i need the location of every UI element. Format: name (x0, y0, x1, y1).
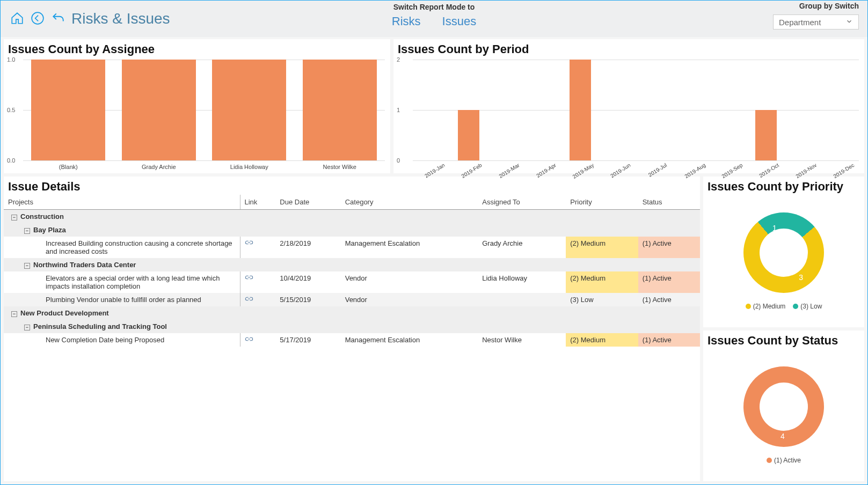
group-row[interactable]: −Construction (4, 210, 700, 224)
panel-period-title: Issues Count by Period (393, 39, 864, 57)
link-icon[interactable] (245, 239, 253, 247)
col-status[interactable]: Status (638, 195, 700, 210)
details-table[interactable]: ProjectsLinkDue DateCategoryAssigned ToP… (4, 195, 700, 347)
panel-status-title: Issues Count by Status (703, 330, 864, 349)
chart-period[interactable]: 0122019-Jan2019-Feb2019-Mar2019-Apr2019-… (413, 60, 859, 171)
panel-assignee: Issues Count by Assignee 0.00.51.0(Blank… (4, 39, 390, 173)
legend-swatch (793, 304, 798, 309)
panel-priority: Issues Count by Priority 1 3 (2) Medium … (703, 177, 864, 327)
subgroup-row[interactable]: −Peninsula Scheduling and Tracking Tool (4, 320, 700, 333)
bar-lidia-holloway[interactable]: Lidia Holloway (204, 60, 295, 160)
legend-item-low[interactable]: (3) Low (793, 303, 822, 310)
bar-2019-apr[interactable]: 2019-Apr (524, 60, 561, 160)
table-row[interactable]: New Completion Date being Proposed5/17/2… (4, 333, 700, 347)
collapse-icon[interactable]: − (24, 228, 30, 234)
tab-issues[interactable]: Issues (442, 14, 477, 28)
bar-2019-nov[interactable]: 2019-Nov (785, 60, 822, 160)
col-assigned-to[interactable]: Assigned To (478, 195, 566, 210)
subgroup-row[interactable]: −Northwind Traders Data Center (4, 258, 700, 271)
bar-2019-jun[interactable]: 2019-Jun (599, 60, 636, 160)
panel-details-title: Issue Details (4, 177, 700, 195)
col-link[interactable]: Link (240, 195, 275, 210)
col-category[interactable]: Category (341, 195, 478, 210)
table-row[interactable]: Elevators are a special order with a lon… (4, 271, 700, 293)
page-title: Risks & Issues (71, 10, 170, 27)
back-icon[interactable] (31, 11, 45, 27)
legend-item-medium[interactable]: (2) Medium (746, 303, 786, 310)
collapse-icon[interactable]: − (24, 263, 30, 269)
bar-2019-mar[interactable]: 2019-Mar (487, 60, 524, 160)
undo-icon[interactable] (51, 11, 65, 27)
col-priority[interactable]: Priority (566, 195, 638, 210)
panel-period: Issues Count by Period 0122019-Jan2019-F… (393, 39, 864, 173)
collapse-icon[interactable]: − (24, 325, 30, 330)
svg-point-0 (32, 12, 43, 24)
link-icon[interactable] (245, 336, 253, 344)
bar--blank-[interactable]: (Blank) (23, 60, 114, 160)
bar-2019-jul[interactable]: 2019-Jul (636, 60, 673, 160)
link-icon[interactable] (245, 296, 253, 304)
donut-value-active: 4 (781, 432, 785, 440)
header-bar: Risks & Issues Switch Report Mode to Ris… (1, 1, 867, 37)
bar-grady-archie[interactable]: Grady Archie (114, 60, 205, 160)
bar-nestor-wilke[interactable]: Nestor Wilke (295, 60, 385, 160)
legend-item-active[interactable]: (1) Active (767, 457, 801, 464)
legend-swatch (746, 304, 751, 309)
bar-2019-dec[interactable]: 2019-Dec (822, 60, 859, 160)
bar-2019-may[interactable]: 2019-May (561, 60, 599, 160)
collapse-icon[interactable]: − (11, 311, 17, 317)
col-projects[interactable]: Projects (4, 195, 240, 210)
bar-2019-feb[interactable]: 2019-Feb (450, 60, 487, 160)
donut-value-medium: 3 (799, 273, 803, 282)
groupby-value: Department (779, 18, 821, 27)
bar-2019-aug[interactable]: 2019-Aug (673, 60, 710, 160)
home-icon[interactable] (10, 11, 24, 27)
panel-status: Issues Count by Status 4 (1) Active (703, 330, 864, 481)
bar-2019-jan[interactable]: 2019-Jan (413, 60, 450, 160)
legend-swatch (767, 458, 772, 463)
table-row[interactable]: Increased Building construction causing … (4, 237, 700, 258)
chart-assignee[interactable]: 0.00.51.0(Blank)Grady ArchieLidia Hollow… (23, 60, 385, 171)
chevron-down-icon (845, 18, 853, 27)
group-row[interactable]: −New Product Development (4, 306, 700, 320)
table-row[interactable]: Plumbing Vendor unable to fullfill order… (4, 293, 700, 306)
col-due-date[interactable]: Due Date (275, 195, 340, 210)
donut-chart-priority[interactable]: 1 3 (743, 212, 824, 293)
donut-value-low: 1 (772, 224, 777, 232)
tab-risks[interactable]: Risks (392, 14, 421, 28)
panel-assignee-title: Issues Count by Assignee (4, 39, 390, 57)
link-icon[interactable] (245, 274, 253, 282)
bar-2019-oct[interactable]: 2019-Oct (747, 60, 784, 160)
bar-2019-sep[interactable]: 2019-Sep (710, 60, 747, 160)
groupby-label: Group by Switch (773, 2, 859, 10)
collapse-icon[interactable]: − (11, 215, 17, 221)
panel-details: Issue Details ProjectsLinkDue DateCatego… (4, 177, 700, 481)
groupby-select[interactable]: Department (773, 14, 859, 30)
panel-priority-title: Issues Count by Priority (703, 177, 864, 195)
donut-chart-status[interactable]: 4 (743, 366, 824, 447)
mode-switch-label: Switch Report Mode to (392, 3, 476, 11)
subgroup-row[interactable]: −Bay Plaza (4, 223, 700, 237)
